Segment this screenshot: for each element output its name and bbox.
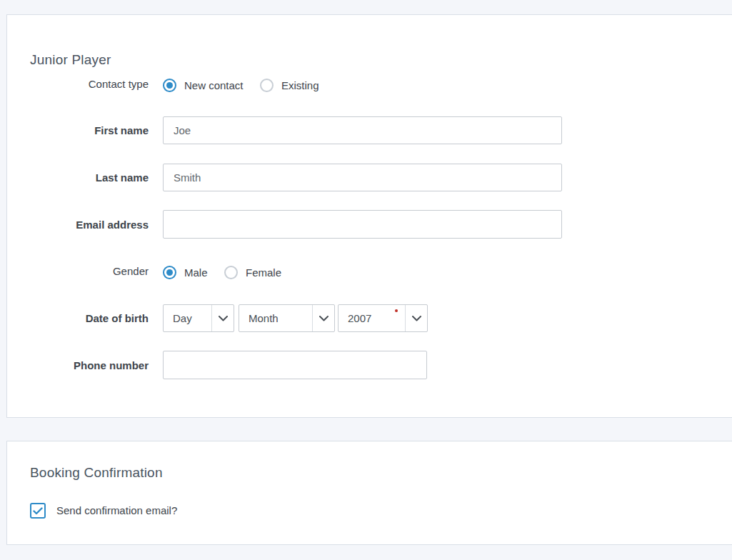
contact-type-radio-new-contact[interactable]: New contact xyxy=(163,76,244,94)
dob-label: Date of birth xyxy=(7,312,149,324)
junior-player-title: Junior Player xyxy=(30,52,111,68)
junior-player-card: Junior Player Contact type New contact E… xyxy=(6,14,732,418)
gender-label: Gender xyxy=(7,265,149,277)
check-icon xyxy=(33,507,43,515)
email-row: Email address xyxy=(7,210,732,239)
send-confirmation-email-label[interactable]: Send confirmation email? xyxy=(56,503,177,519)
first-name-label: First name xyxy=(7,124,149,136)
booking-confirmation-title: Booking Confirmation xyxy=(30,465,163,481)
email-input[interactable] xyxy=(163,210,562,239)
last-name-input[interactable] xyxy=(163,164,562,191)
booking-confirmation-card: Booking Confirmation Send confirmation e… xyxy=(6,441,732,545)
gender-radio-female[interactable]: Female xyxy=(224,264,281,281)
chevron-down-icon xyxy=(312,305,334,331)
last-name-label: Last name xyxy=(7,171,149,184)
gender-option-label: Male xyxy=(184,266,208,279)
dob-year-selected-value: 2007 xyxy=(339,312,405,324)
chevron-down-icon xyxy=(211,305,234,331)
dob-month-select[interactable]: Month xyxy=(239,304,335,332)
required-mark-icon xyxy=(395,309,398,312)
contact-type-row: Contact type New contact Existing xyxy=(7,76,732,94)
chevron-down-icon xyxy=(405,305,427,331)
radio-circle-icon xyxy=(224,266,238,279)
dob-day-select[interactable]: Day xyxy=(163,304,234,332)
contact-type-option-label: Existing xyxy=(281,79,319,91)
dob-row: Date of birth Day Month 2007 xyxy=(7,304,732,332)
dob-year-select[interactable]: 2007 xyxy=(338,304,428,332)
last-name-row: Last name xyxy=(7,164,732,191)
gender-radio-male[interactable]: Male xyxy=(163,264,208,281)
phone-input[interactable] xyxy=(163,351,427,379)
radio-circle-icon xyxy=(163,79,176,92)
gender-row: Gender Male Female xyxy=(7,264,732,281)
contact-type-radio-existing[interactable]: Existing xyxy=(260,76,319,94)
radio-circle-icon xyxy=(163,266,176,279)
first-name-row: First name xyxy=(7,116,732,144)
phone-label: Phone number xyxy=(7,359,149,371)
gender-option-label: Female xyxy=(246,266,281,279)
email-label: Email address xyxy=(7,219,149,231)
contact-type-label: Contact type xyxy=(7,78,149,90)
phone-row: Phone number xyxy=(7,351,732,379)
send-confirmation-email-checkbox[interactable] xyxy=(30,503,46,519)
contact-type-option-label: New contact xyxy=(184,79,244,91)
first-name-input[interactable] xyxy=(163,116,562,144)
dob-month-selected-value: Month xyxy=(239,312,312,324)
radio-circle-icon xyxy=(260,79,274,92)
dob-day-selected-value: Day xyxy=(164,312,211,324)
